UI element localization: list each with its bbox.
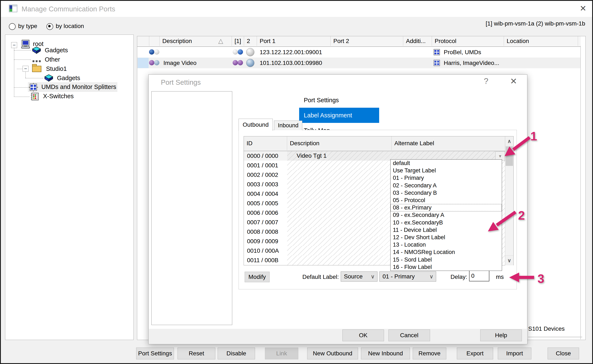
- main1-status-icon: [238, 60, 243, 65]
- import-button[interactable]: Import: [498, 348, 531, 359]
- header-description[interactable]: Description △: [160, 36, 232, 46]
- dialog-title: Port Settings: [161, 78, 201, 86]
- tree-item-gadgets[interactable]: Gadgets: [45, 47, 68, 54]
- dropdown-option[interactable]: 15 - Sord Label: [391, 256, 502, 263]
- tree-expander-root[interactable]: −: [11, 42, 17, 48]
- dropdown-option-focused[interactable]: 08 - ex.Primary: [391, 204, 502, 211]
- xswitch-icon: [30, 92, 39, 101]
- sidebar-item-port-settings[interactable]: Port Settings: [299, 92, 379, 108]
- delay-input[interactable]: [469, 270, 489, 281]
- port-row-2[interactable]: Image Video 101.102.103.001:09980 Harris…: [137, 58, 580, 68]
- tree-item-studio1[interactable]: Studio1: [46, 65, 67, 72]
- tab-outbound[interactable]: Outbound: [239, 119, 273, 131]
- disable-button[interactable]: Disable: [218, 348, 255, 359]
- port-row-1[interactable]: 123.122.122.001:09001 ProBel, UMDs: [137, 47, 580, 58]
- cancel-button[interactable]: Cancel: [388, 329, 430, 341]
- main2-status-sphere-icon: [246, 48, 254, 56]
- default-label-source-select[interactable]: Source ∨: [341, 272, 377, 282]
- main1-status-icon: [238, 49, 243, 55]
- header-description[interactable]: Description: [287, 136, 392, 150]
- header-location[interactable]: Location: [504, 36, 578, 46]
- tree-item-gadgets-studio1[interactable]: Gadgets: [57, 75, 80, 82]
- tree-connector: [14, 50, 31, 51]
- dropdown-option[interactable]: 05 - Protocol: [391, 197, 502, 204]
- dropdown-option[interactable]: 16 - Flow Label: [391, 263, 502, 271]
- radio-by-location-label[interactable]: by location: [56, 23, 84, 30]
- header-main2[interactable]: 2: [244, 36, 257, 46]
- tree-connector: [17, 69, 22, 69]
- link-button[interactable]: Link: [265, 348, 298, 359]
- header-port2[interactable]: Port 2: [330, 36, 403, 46]
- new-inbound-button[interactable]: New Inbound: [361, 348, 410, 359]
- reset-button[interactable]: Reset: [178, 348, 215, 359]
- alternate-label-dropdown-list[interactable]: default Use Target Label 01 - Primary 02…: [390, 159, 502, 271]
- default-label-value-select[interactable]: 01 - Primary ∨: [379, 272, 436, 282]
- help-button[interactable]: Help: [480, 329, 522, 341]
- dialog-footer-strip: [149, 329, 527, 344]
- window-title: Manage Communication Ports: [21, 5, 115, 13]
- port-settings-button[interactable]: Port Settings: [136, 348, 174, 359]
- dropdown-option[interactable]: 03 - Secondary B: [391, 189, 502, 197]
- row-description: Video Tgt 1: [296, 152, 327, 159]
- modify-button[interactable]: Modify: [245, 272, 270, 282]
- chevron-down-icon: ▾: [499, 153, 501, 159]
- window-close-icon[interactable]: ✕: [580, 4, 586, 13]
- s101-devices-label: S101 Devices: [528, 325, 565, 332]
- dropdown-option[interactable]: default: [391, 160, 502, 167]
- dialog-help-icon[interactable]: ?: [484, 77, 488, 86]
- radio-by-location[interactable]: [47, 23, 53, 30]
- folder-icon: [32, 64, 41, 72]
- status-dot-icon: [149, 60, 154, 65]
- label-table-scrollbar[interactable]: ∧ ∨: [505, 136, 513, 265]
- dropdown-option[interactable]: Use Target Label: [391, 167, 502, 174]
- dropdown-option[interactable]: 13 - Location: [391, 241, 502, 248]
- tree-expander-studio1[interactable]: −: [23, 66, 28, 72]
- tree-item-xswitches[interactable]: X-Switches: [43, 93, 74, 100]
- dropdown-option[interactable]: 12 - Dev Short Label: [391, 234, 502, 241]
- radio-by-type[interactable]: [9, 23, 16, 30]
- header-main1[interactable]: [1]: [232, 36, 244, 46]
- protocol-value: ProBel, UMDs: [444, 49, 481, 56]
- main1-status-icon: [233, 49, 238, 55]
- dropdown-option[interactable]: 02 - Secondary A: [391, 182, 502, 189]
- header-id[interactable]: ID: [244, 136, 287, 150]
- export-button[interactable]: Export: [457, 348, 493, 359]
- header-spacer[interactable]: [149, 36, 160, 46]
- computer-icon: [20, 40, 31, 49]
- dropdown-option[interactable]: 09 - ex.Secondary A: [391, 211, 502, 219]
- header-spacer[interactable]: [137, 36, 149, 46]
- tab-inbound[interactable]: Inbound: [274, 121, 302, 130]
- scroll-up-button[interactable]: ∧: [505, 136, 513, 146]
- chevron-down-icon: ∨: [507, 258, 511, 263]
- gadget-cube-icon: [32, 46, 41, 54]
- header-additional[interactable]: Additi...: [403, 36, 432, 46]
- dialog-close-icon[interactable]: ✕: [510, 76, 517, 86]
- scroll-thumb[interactable]: [505, 146, 513, 166]
- header-protocol[interactable]: Protocol: [432, 36, 504, 46]
- main2-status-sphere-icon: [246, 59, 254, 67]
- dropdown-option[interactable]: 11 - Device Label: [391, 226, 502, 234]
- status-dot-icon: [149, 49, 154, 55]
- umd-grid-icon: [29, 83, 38, 91]
- tree-connector: [14, 59, 31, 60]
- protocol-value: Harris, ImageVideo...: [444, 60, 499, 66]
- scroll-down-button[interactable]: ∨: [505, 255, 513, 265]
- dialog-sidebar: [151, 91, 232, 325]
- status-dot-icon: [154, 60, 159, 65]
- dropdown-option[interactable]: 01 - Primary: [391, 174, 502, 182]
- close-button[interactable]: Close: [548, 348, 579, 359]
- sidebar-item-label-assignment[interactable]: Label Assignment: [299, 108, 379, 123]
- radio-by-type-label[interactable]: by type: [18, 23, 37, 30]
- header-port1[interactable]: Port 1: [257, 36, 330, 46]
- tree-item-other[interactable]: Other: [45, 56, 60, 63]
- ok-button[interactable]: OK: [342, 329, 384, 341]
- tree-connector: [14, 44, 14, 97]
- tree-item-umds[interactable]: UMDs and Monitor Splitters: [41, 84, 116, 91]
- description-value: Image Video: [163, 60, 196, 66]
- remove-button[interactable]: Remove: [413, 348, 446, 359]
- dropdown-option[interactable]: 10 - ex.SecondaryB: [391, 219, 502, 226]
- status-dot-icon: [154, 49, 159, 55]
- dropdown-option[interactable]: 14 - NMOSReg Location: [391, 248, 502, 256]
- new-outbound-button[interactable]: New Outbound: [307, 348, 358, 359]
- header-alternate-label[interactable]: Alternate Label: [392, 136, 505, 150]
